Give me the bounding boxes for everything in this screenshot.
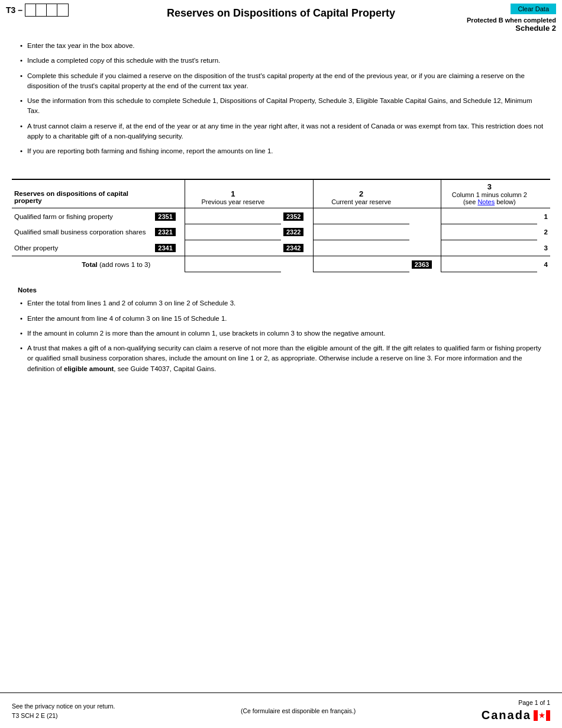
clear-data-button[interactable]: Clear Data [511, 4, 556, 14]
row3-label: Other property [14, 244, 58, 252]
svg-rect-2 [546, 710, 550, 721]
canada-wordmark: Canada [482, 708, 550, 722]
total-sublabel: (add rows 1 to 3) [99, 261, 150, 268]
row1-col1-input[interactable] [185, 208, 281, 224]
instruction-4: Use the information from this schedule t… [18, 96, 544, 117]
col3-note: (see Notes below) [444, 198, 535, 205]
row1-code1: 2351 [155, 212, 175, 221]
form-label: T3 [6, 5, 15, 15]
tax-year-input[interactable] [25, 4, 69, 17]
row3-code2: 2342 [283, 244, 303, 252]
instruction-5: A trust cannot claim a reserve if, at th… [18, 121, 544, 142]
notes-link[interactable]: Notes [477, 198, 495, 205]
instruction-6: If you are reporting both farming and fi… [18, 146, 544, 156]
svg-rect-0 [534, 710, 538, 721]
protected-b-label: Protected B when completed [467, 17, 556, 24]
row2-code1: 2321 [155, 228, 175, 236]
total-col3-input[interactable] [441, 256, 537, 272]
row3-col1-input[interactable] [185, 240, 281, 256]
french-note: (Ce formulaire est disponible en françai… [241, 707, 356, 714]
row2-col3-input[interactable] [441, 224, 537, 240]
row1-label: Qualified farm or fishing property [14, 213, 113, 220]
form-code: T3 SCH 2 E (21) [12, 712, 115, 719]
page-number: Page 1 of 1 [518, 699, 550, 706]
col3-label: Column 1 minus column 2 [444, 191, 535, 198]
dash-separator: – [18, 5, 22, 15]
total-label: Total [82, 261, 98, 268]
schedule-label: Schedule 2 [467, 24, 556, 33]
row3-code1: 2341 [155, 244, 175, 252]
note-3: If the amount in column 2 is more than t… [18, 328, 544, 339]
row2-label: Qualified small business corporation sha… [14, 228, 146, 236]
notes-heading: Notes [18, 286, 544, 294]
canada-flag-icon [534, 710, 550, 721]
total-row: Total (add rows 1 to 3) 2363 [12, 256, 550, 272]
col2-label: Current year reserve [316, 198, 407, 205]
table-col0-header: Reserves on dispositions of capital prop… [14, 190, 150, 204]
notes-list: Enter the total from lines 1 and 2 of co… [18, 298, 544, 374]
row1-col3-input[interactable] [441, 208, 537, 224]
row2-number: 2 [544, 228, 548, 236]
row3-number: 3 [544, 244, 548, 252]
note-2: Enter the amount from line 4 of column 3… [18, 314, 544, 324]
note-1: Enter the total from lines 1 and 2 of co… [18, 298, 544, 308]
row3-col2-input[interactable] [314, 240, 409, 256]
instruction-1: Enter the tax year in the box above. [18, 41, 544, 51]
table-row: Other property 2341 2342 [12, 240, 550, 256]
total-code3: 2363 [412, 260, 432, 269]
total-col2-input[interactable] [314, 256, 409, 272]
total-col1-input[interactable] [185, 256, 281, 272]
row1-number: 1 [544, 213, 548, 220]
row1-code2: 2352 [283, 212, 303, 221]
row2-code2: 2322 [283, 228, 303, 236]
row4-number: 4 [544, 261, 548, 268]
privacy-notice: See the privacy notice on your return. [12, 703, 115, 710]
col3-number: 3 [444, 182, 535, 191]
col1-label: Previous year reserve [188, 198, 279, 205]
table-row: Qualified farm or fishing property 2351 … [12, 208, 550, 224]
page-title: Reserves on Dispositions of Capital Prop… [167, 7, 395, 20]
row2-col1-input[interactable] [185, 224, 281, 240]
col1-number: 1 [188, 189, 279, 198]
col2-number: 2 [316, 189, 407, 198]
row3-col3-input[interactable] [441, 240, 537, 256]
note-4: A trust that makes a gift of a non-quali… [18, 343, 544, 374]
row1-col2-input[interactable] [314, 208, 409, 224]
row2-col2-input[interactable] [314, 224, 409, 240]
instructions-list: Enter the tax year in the box above. Inc… [18, 41, 544, 156]
table-row: Qualified small business corporation sha… [12, 224, 550, 240]
instruction-2: Include a completed copy of this schedul… [18, 56, 544, 66]
instruction-3: Complete this schedule if you claimed a … [18, 71, 544, 92]
